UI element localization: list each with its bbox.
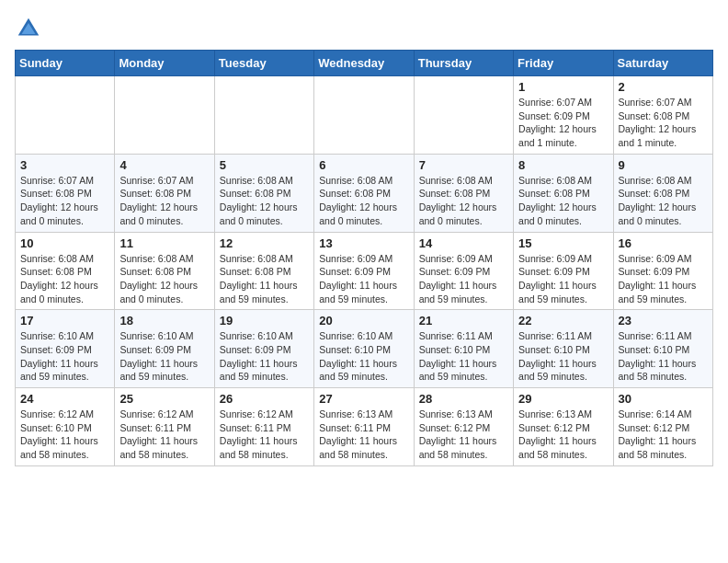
day-info: Sunrise: 6:09 AM Sunset: 6:09 PM Dayligh…: [319, 252, 408, 306]
calendar-cell: 14Sunrise: 6:09 AM Sunset: 6:09 PM Dayli…: [414, 232, 513, 310]
calendar-header: SundayMondayTuesdayWednesdayThursdayFrid…: [16, 51, 713, 76]
calendar-cell: 2Sunrise: 6:07 AM Sunset: 6:08 PM Daylig…: [613, 76, 712, 155]
calendar-cell: 29Sunrise: 6:13 AM Sunset: 6:12 PM Dayli…: [514, 388, 613, 466]
calendar-cell: 24Sunrise: 6:12 AM Sunset: 6:10 PM Dayli…: [16, 388, 115, 466]
calendar-cell: 8Sunrise: 6:08 AM Sunset: 6:08 PM Daylig…: [514, 154, 613, 232]
day-info: Sunrise: 6:07 AM Sunset: 6:08 PM Dayligh…: [119, 174, 209, 228]
day-number: 11: [119, 236, 209, 250]
day-number: 15: [518, 236, 608, 250]
day-info: Sunrise: 6:08 AM Sunset: 6:08 PM Dayligh…: [20, 252, 109, 306]
calendar-cell: 5Sunrise: 6:08 AM Sunset: 6:08 PM Daylig…: [214, 154, 313, 232]
calendar-table: SundayMondayTuesdayWednesdayThursdayFrid…: [15, 50, 713, 466]
day-number: 13: [319, 236, 408, 250]
day-number: 25: [119, 392, 209, 406]
day-info: Sunrise: 6:08 AM Sunset: 6:08 PM Dayligh…: [220, 174, 309, 228]
calendar-cell: 16Sunrise: 6:09 AM Sunset: 6:09 PM Dayli…: [613, 232, 712, 310]
weekday-header-saturday: Saturday: [613, 51, 712, 76]
weekday-header-wednesday: Wednesday: [314, 51, 414, 76]
day-info: Sunrise: 6:10 AM Sunset: 6:09 PM Dayligh…: [119, 329, 209, 384]
day-number: 2: [619, 80, 708, 94]
calendar-week-2: 3Sunrise: 6:07 AM Sunset: 6:08 PM Daylig…: [16, 154, 713, 232]
weekday-header-friday: Friday: [514, 51, 613, 76]
logo-icon: [15, 15, 42, 42]
calendar-cell: 26Sunrise: 6:12 AM Sunset: 6:11 PM Dayli…: [214, 388, 313, 466]
calendar-cell: 10Sunrise: 6:08 AM Sunset: 6:08 PM Dayli…: [16, 232, 115, 310]
day-info: Sunrise: 6:08 AM Sunset: 6:08 PM Dayligh…: [419, 174, 508, 228]
header: [15, 15, 713, 42]
day-number: 1: [518, 80, 608, 94]
day-info: Sunrise: 6:11 AM Sunset: 6:10 PM Dayligh…: [619, 329, 708, 384]
weekday-header-sunday: Sunday: [16, 51, 115, 76]
day-info: Sunrise: 6:09 AM Sunset: 6:09 PM Dayligh…: [518, 252, 608, 306]
calendar-cell: 25Sunrise: 6:12 AM Sunset: 6:11 PM Dayli…: [115, 388, 214, 466]
calendar-cell: 7Sunrise: 6:08 AM Sunset: 6:08 PM Daylig…: [414, 154, 513, 232]
day-info: Sunrise: 6:08 AM Sunset: 6:08 PM Dayligh…: [518, 174, 608, 228]
day-number: 22: [518, 314, 608, 327]
day-number: 5: [220, 158, 309, 172]
day-info: Sunrise: 6:10 AM Sunset: 6:10 PM Dayligh…: [319, 329, 408, 384]
day-info: Sunrise: 6:10 AM Sunset: 6:09 PM Dayligh…: [20, 329, 109, 384]
day-info: Sunrise: 6:13 AM Sunset: 6:12 PM Dayligh…: [419, 408, 508, 462]
calendar-cell: 12Sunrise: 6:08 AM Sunset: 6:08 PM Dayli…: [214, 232, 313, 310]
day-number: 17: [20, 314, 109, 327]
calendar-week-1: 1Sunrise: 6:07 AM Sunset: 6:09 PM Daylig…: [16, 76, 713, 155]
day-number: 29: [518, 392, 608, 406]
day-info: Sunrise: 6:11 AM Sunset: 6:10 PM Dayligh…: [518, 329, 608, 384]
day-info: Sunrise: 6:08 AM Sunset: 6:08 PM Dayligh…: [119, 252, 209, 306]
day-info: Sunrise: 6:09 AM Sunset: 6:09 PM Dayligh…: [619, 252, 708, 306]
calendar-cell: 1Sunrise: 6:07 AM Sunset: 6:09 PM Daylig…: [514, 76, 613, 155]
logo: [15, 15, 46, 42]
calendar-cell: [314, 76, 414, 155]
calendar-cell: 20Sunrise: 6:10 AM Sunset: 6:10 PM Dayli…: [314, 310, 414, 388]
calendar-cell: 18Sunrise: 6:10 AM Sunset: 6:09 PM Dayli…: [115, 310, 214, 388]
day-info: Sunrise: 6:09 AM Sunset: 6:09 PM Dayligh…: [419, 252, 508, 306]
calendar-cell: 9Sunrise: 6:08 AM Sunset: 6:08 PM Daylig…: [613, 154, 712, 232]
day-info: Sunrise: 6:13 AM Sunset: 6:11 PM Dayligh…: [319, 408, 408, 462]
day-info: Sunrise: 6:11 AM Sunset: 6:10 PM Dayligh…: [419, 329, 508, 384]
day-info: Sunrise: 6:07 AM Sunset: 6:09 PM Dayligh…: [518, 96, 608, 150]
calendar-cell: 13Sunrise: 6:09 AM Sunset: 6:09 PM Dayli…: [314, 232, 414, 310]
calendar-week-3: 10Sunrise: 6:08 AM Sunset: 6:08 PM Dayli…: [16, 232, 713, 310]
day-number: 19: [220, 314, 309, 327]
calendar-week-4: 17Sunrise: 6:10 AM Sunset: 6:09 PM Dayli…: [16, 310, 713, 388]
day-info: Sunrise: 6:12 AM Sunset: 6:11 PM Dayligh…: [220, 408, 309, 462]
day-number: 20: [319, 314, 408, 327]
day-number: 10: [20, 236, 109, 250]
day-info: Sunrise: 6:08 AM Sunset: 6:08 PM Dayligh…: [220, 252, 309, 306]
calendar-week-5: 24Sunrise: 6:12 AM Sunset: 6:10 PM Dayli…: [16, 388, 713, 466]
day-info: Sunrise: 6:07 AM Sunset: 6:08 PM Dayligh…: [20, 174, 109, 228]
day-number: 9: [619, 158, 708, 172]
calendar-cell: 22Sunrise: 6:11 AM Sunset: 6:10 PM Dayli…: [514, 310, 613, 388]
calendar-cell: 23Sunrise: 6:11 AM Sunset: 6:10 PM Dayli…: [613, 310, 712, 388]
day-info: Sunrise: 6:12 AM Sunset: 6:11 PM Dayligh…: [119, 408, 209, 462]
calendar-cell: 15Sunrise: 6:09 AM Sunset: 6:09 PM Dayli…: [514, 232, 613, 310]
calendar-cell: 17Sunrise: 6:10 AM Sunset: 6:09 PM Dayli…: [16, 310, 115, 388]
weekday-header-tuesday: Tuesday: [214, 51, 313, 76]
calendar-cell: [214, 76, 313, 155]
day-number: 16: [619, 236, 708, 250]
calendar-cell: 21Sunrise: 6:11 AM Sunset: 6:10 PM Dayli…: [414, 310, 513, 388]
day-info: Sunrise: 6:10 AM Sunset: 6:09 PM Dayligh…: [220, 329, 309, 384]
day-number: 24: [20, 392, 109, 406]
day-info: Sunrise: 6:13 AM Sunset: 6:12 PM Dayligh…: [518, 408, 608, 462]
calendar-cell: 19Sunrise: 6:10 AM Sunset: 6:09 PM Dayli…: [214, 310, 313, 388]
day-info: Sunrise: 6:12 AM Sunset: 6:10 PM Dayligh…: [20, 408, 109, 462]
day-number: 30: [619, 392, 708, 406]
day-number: 3: [20, 158, 109, 172]
day-info: Sunrise: 6:14 AM Sunset: 6:12 PM Dayligh…: [619, 408, 708, 462]
calendar-cell: 6Sunrise: 6:08 AM Sunset: 6:08 PM Daylig…: [314, 154, 414, 232]
day-number: 12: [220, 236, 309, 250]
day-number: 6: [319, 158, 408, 172]
calendar-cell: [115, 76, 214, 155]
calendar-cell: [16, 76, 115, 155]
day-number: 7: [419, 158, 508, 172]
day-number: 23: [619, 314, 708, 327]
calendar-cell: 30Sunrise: 6:14 AM Sunset: 6:12 PM Dayli…: [613, 388, 712, 466]
day-number: 4: [119, 158, 209, 172]
day-number: 21: [419, 314, 508, 327]
day-number: 18: [119, 314, 209, 327]
day-number: 8: [518, 158, 608, 172]
calendar-cell: 3Sunrise: 6:07 AM Sunset: 6:08 PM Daylig…: [16, 154, 115, 232]
day-number: 14: [419, 236, 508, 250]
day-number: 28: [419, 392, 508, 406]
